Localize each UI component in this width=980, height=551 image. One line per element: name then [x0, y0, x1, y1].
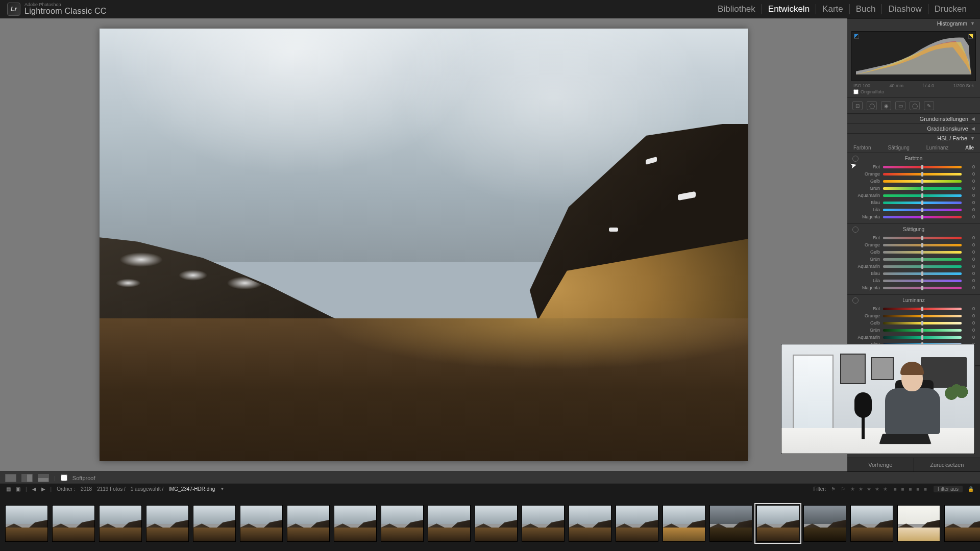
slider-thumb[interactable]: [921, 215, 923, 219]
slider-thumb[interactable]: [921, 314, 923, 318]
slider-thumb[interactable]: [921, 208, 923, 212]
grid-view-icon[interactable]: ▦: [6, 486, 11, 492]
reset-button[interactable]: Zurücksetzen: [914, 458, 981, 471]
hue-org-slider[interactable]: Orange0: [852, 170, 975, 178]
sat-bla-slider[interactable]: Blau0: [852, 270, 975, 277]
slider-track[interactable]: [883, 336, 962, 339]
filmstrip-thumb[interactable]: [522, 505, 565, 542]
star-filter[interactable]: ★ ★ ★ ★ ★: [850, 486, 888, 492]
crumb-year[interactable]: 2018: [81, 486, 92, 492]
hue-tat-icon[interactable]: [852, 156, 859, 162]
hue-gel-slider[interactable]: Gelb0: [852, 178, 975, 185]
sat-aqu-slider[interactable]: Aquamarin0: [852, 263, 975, 270]
module-slideshow[interactable]: Diashow: [882, 4, 928, 14]
hsl-tab-all[interactable]: Alle: [965, 145, 974, 151]
sat-gru-slider[interactable]: Grün0: [852, 256, 975, 263]
slider-thumb[interactable]: [921, 165, 923, 169]
module-develop[interactable]: Entwickeln: [762, 4, 816, 14]
slider-track[interactable]: [883, 187, 962, 190]
module-library[interactable]: Bibliothek: [712, 4, 762, 14]
radial-tool-icon[interactable]: ◯: [910, 101, 920, 110]
before-after-lr-icon[interactable]: [21, 474, 33, 482]
hue-mag-slider[interactable]: Magenta0: [852, 213, 975, 220]
slider-thumb[interactable]: [921, 186, 923, 191]
previous-button[interactable]: Vorherige: [847, 458, 914, 471]
slider-thumb[interactable]: [921, 271, 923, 276]
panel-header-hsl[interactable]: HSL / Farbe▼: [847, 133, 980, 143]
sat-gel-slider[interactable]: Gelb0: [852, 248, 975, 256]
slider-thumb[interactable]: [921, 193, 923, 198]
panel-header-basic[interactable]: Grundeinstellungen◀: [847, 114, 980, 123]
slider-track[interactable]: [883, 315, 962, 317]
hue-gru-slider[interactable]: Grün0: [852, 185, 975, 192]
filmstrip[interactable]: [0, 494, 980, 551]
hsl-tab-lum[interactable]: Luminanz: [926, 145, 948, 151]
slider-track[interactable]: [883, 180, 962, 183]
original-photo-toggle[interactable]: Originalfoto: [847, 88, 980, 97]
module-map[interactable]: Karte: [816, 4, 850, 14]
slider-track[interactable]: [883, 251, 962, 254]
module-book[interactable]: Buch: [850, 4, 883, 14]
slider-thumb[interactable]: [921, 172, 923, 177]
slider-thumb[interactable]: [921, 279, 923, 283]
panel-header-curve[interactable]: Gradationskurve◀: [847, 123, 980, 133]
slider-track[interactable]: [883, 322, 962, 324]
lum-tat-icon[interactable]: [852, 297, 859, 304]
filmstrip-thumb[interactable]: [663, 505, 705, 542]
slider-thumb[interactable]: [921, 179, 923, 184]
lum-gru-slider[interactable]: Grün0: [852, 327, 975, 334]
flag-pick-icon[interactable]: ⚑: [831, 486, 836, 492]
loupe-view-icon[interactable]: [5, 474, 16, 482]
redeye-tool-icon[interactable]: ◉: [881, 101, 891, 110]
filmstrip-thumb[interactable]: [944, 505, 980, 542]
hue-bla-slider[interactable]: Blau0: [852, 199, 975, 206]
filmstrip-thumb[interactable]: [99, 505, 142, 542]
slider-track[interactable]: [883, 329, 962, 332]
hue-rot-slider[interactable]: Rot0: [852, 163, 975, 170]
before-after-tb-icon[interactable]: [38, 474, 49, 482]
slider-thumb[interactable]: [921, 236, 923, 240]
nav-prev-icon[interactable]: ◀: [32, 486, 36, 492]
softproof-checkbox[interactable]: [61, 474, 67, 481]
crop-tool-icon[interactable]: ⊡: [852, 101, 863, 110]
filmstrip-thumb[interactable]: [850, 505, 893, 542]
slider-thumb[interactable]: [921, 243, 923, 247]
sat-rot-slider[interactable]: Rot0: [852, 234, 975, 241]
nav-next-icon[interactable]: ▶: [41, 486, 45, 492]
filmstrip-thumb[interactable]: [475, 505, 518, 542]
slider-thumb[interactable]: [921, 264, 923, 269]
filmstrip-thumb[interactable]: [52, 505, 95, 542]
color-labels[interactable]: ■ ■ ■ ■ ■: [894, 486, 928, 492]
filmstrip-thumb[interactable]: [240, 505, 283, 542]
slider-thumb[interactable]: [921, 307, 923, 311]
slider-thumb[interactable]: [921, 328, 923, 333]
slider-track[interactable]: [883, 244, 962, 246]
filmstrip-thumb[interactable]: [709, 505, 752, 542]
filmstrip-thumb[interactable]: [803, 505, 846, 542]
panel-header-histogram[interactable]: Histogramm▼: [847, 18, 980, 28]
slider-track[interactable]: [883, 237, 962, 239]
gradient-tool-icon[interactable]: ▭: [895, 101, 905, 110]
hsl-tab-sat[interactable]: Sättigung: [888, 145, 910, 151]
filmstrip-thumb[interactable]: [428, 505, 471, 542]
lum-gel-slider[interactable]: Gelb0: [852, 319, 975, 327]
slider-track[interactable]: [883, 209, 962, 211]
filmstrip-thumb[interactable]: [334, 505, 377, 542]
hsl-tab-hue[interactable]: Farbton: [853, 145, 871, 151]
lum-aqu-slider[interactable]: Aquamarin0: [852, 334, 975, 341]
filmstrip-thumb[interactable]: [756, 505, 799, 542]
image-canvas[interactable]: [0, 18, 847, 471]
filmstrip-thumb[interactable]: [569, 505, 611, 542]
slider-thumb[interactable]: [921, 250, 923, 255]
filmstrip-thumb[interactable]: [193, 505, 236, 542]
slider-track[interactable]: [883, 202, 962, 204]
slider-thumb[interactable]: [921, 257, 923, 262]
slider-track[interactable]: [883, 280, 962, 282]
slider-track[interactable]: [883, 216, 962, 218]
sat-mag-slider[interactable]: Magenta0: [852, 284, 975, 291]
filmstrip-thumb[interactable]: [616, 505, 658, 542]
filmstrip-thumb[interactable]: [146, 505, 189, 542]
filter-lock-icon[interactable]: 🔒: [968, 486, 974, 492]
brush-tool-icon[interactable]: ✎: [924, 101, 934, 110]
sat-tat-icon[interactable]: [852, 227, 859, 233]
